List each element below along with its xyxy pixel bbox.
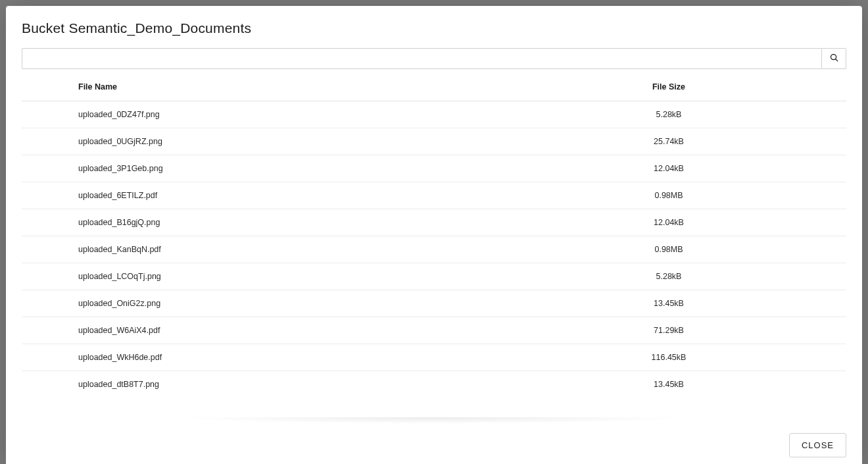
column-spacer-tail (735, 73, 846, 101)
row-spacer (22, 317, 73, 344)
file-name-cell: uploaded_0DZ47f.png (73, 101, 603, 128)
bucket-files-modal: Bucket Semantic_Demo_Documents File Name… (6, 6, 862, 464)
file-table: File Name File Size uploaded_0DZ47f.png5… (22, 73, 846, 398)
table-row[interactable]: uploaded_LCOqTj.png5.28kB (22, 263, 846, 290)
search-button[interactable] (821, 48, 846, 69)
svg-line-1 (835, 59, 837, 61)
row-spacer (22, 290, 73, 317)
table-row[interactable]: uploaded_6ETILZ.pdf0.98MB (22, 182, 846, 209)
row-spacer-tail (735, 182, 846, 209)
file-name-cell: uploaded_dtB8T7.png (73, 371, 603, 398)
row-spacer-tail (735, 290, 846, 317)
search-row (22, 48, 846, 69)
row-spacer (22, 128, 73, 155)
table-row[interactable]: uploaded_0UGjRZ.png25.74kB (22, 128, 846, 155)
row-spacer-tail (735, 317, 846, 344)
file-size-cell: 25.74kB (603, 128, 735, 155)
file-name-cell: uploaded_W6AiX4.pdf (73, 317, 603, 344)
close-button[interactable]: CLOSE (789, 433, 846, 457)
table-row[interactable]: uploaded_WkH6de.pdf116.45kB (22, 344, 846, 371)
svg-point-0 (831, 55, 836, 60)
column-spacer (22, 73, 73, 101)
file-size-cell: 13.45kB (603, 371, 735, 398)
table-row[interactable]: uploaded_dtB8T7.png13.45kB (22, 371, 846, 398)
file-size-cell: 0.98MB (603, 182, 735, 209)
row-spacer (22, 236, 73, 263)
row-spacer (22, 344, 73, 371)
file-name-cell: uploaded_KanBqN.pdf (73, 236, 603, 263)
search-input[interactable] (22, 48, 821, 69)
file-size-cell: 5.28kB (603, 263, 735, 290)
modal-title: Bucket Semantic_Demo_Documents (22, 20, 846, 36)
row-spacer (22, 209, 73, 236)
row-spacer-tail (735, 236, 846, 263)
file-size-cell: 12.04kB (603, 209, 735, 236)
file-size-cell: 5.28kB (603, 101, 735, 128)
file-size-cell: 13.45kB (603, 290, 735, 317)
file-name-cell: uploaded_OniG2z.png (73, 290, 603, 317)
row-spacer (22, 101, 73, 128)
modal-header: Bucket Semantic_Demo_Documents (6, 6, 862, 48)
file-size-cell: 12.04kB (603, 155, 735, 182)
row-spacer (22, 263, 73, 290)
column-header-size[interactable]: File Size (603, 73, 735, 101)
row-spacer-tail (735, 371, 846, 398)
row-spacer-tail (735, 101, 846, 128)
file-name-cell: uploaded_LCOqTj.png (73, 263, 603, 290)
file-size-cell: 71.29kB (603, 317, 735, 344)
table-row[interactable]: uploaded_KanBqN.pdf0.98MB (22, 236, 846, 263)
table-row[interactable]: uploaded_OniG2z.png13.45kB (22, 290, 846, 317)
table-header-row: File Name File Size (22, 73, 846, 101)
row-spacer-tail (735, 128, 846, 155)
search-icon (829, 53, 839, 64)
modal-footer: CLOSE (6, 424, 862, 464)
file-name-cell: uploaded_0UGjRZ.png (73, 128, 603, 155)
table-row[interactable]: uploaded_B16gjQ.png12.04kB (22, 209, 846, 236)
column-header-name[interactable]: File Name (73, 73, 603, 101)
file-name-cell: uploaded_WkH6de.pdf (73, 344, 603, 371)
file-name-cell: uploaded_B16gjQ.png (73, 209, 603, 236)
table-row[interactable]: uploaded_3P1Geb.png12.04kB (22, 155, 846, 182)
file-name-cell: uploaded_3P1Geb.png (73, 155, 603, 182)
row-spacer (22, 371, 73, 398)
row-spacer-tail (735, 263, 846, 290)
file-size-cell: 0.98MB (603, 236, 735, 263)
file-size-cell: 116.45kB (603, 344, 735, 371)
row-spacer-tail (735, 209, 846, 236)
row-spacer-tail (735, 155, 846, 182)
row-spacer (22, 182, 73, 209)
row-spacer-tail (735, 344, 846, 371)
row-spacer (22, 155, 73, 182)
modal-body: File Name File Size uploaded_0DZ47f.png5… (6, 48, 862, 424)
table-row[interactable]: uploaded_0DZ47f.png5.28kB (22, 101, 846, 128)
file-name-cell: uploaded_6ETILZ.pdf (73, 182, 603, 209)
table-row[interactable]: uploaded_W6AiX4.pdf71.29kB (22, 317, 846, 344)
